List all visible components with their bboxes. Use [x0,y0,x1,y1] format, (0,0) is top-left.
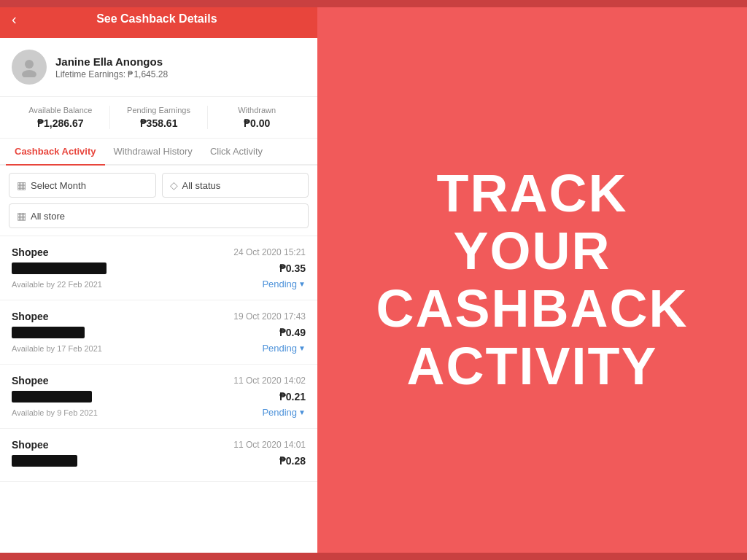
filter-status-button[interactable]: ◇ All status [162,173,309,198]
header-title: See Cashback Details [26,12,288,26]
balance-available-value: ₱1,286.67 [12,117,109,129]
redacted-item [12,391,92,402]
chevron-down-icon: ▼ [298,280,306,288]
activity-date: 11 Oct 2020 14:02 [233,376,306,386]
status-badge[interactable]: Pending ▼ [262,407,306,418]
activity-item-footer: Available by 9 Feb 2021 Pending ▼ [12,407,306,418]
balance-pending-value: ₱358.61 [110,117,208,129]
balance-available-label: Available Balance [12,106,109,114]
balance-withdrawn: Withdrawn ₱0.00 [207,106,306,129]
tab-cashback-activity[interactable]: Cashback Activity [6,139,105,166]
filters-section: ▦ Select Month ◇ All status ▦ All store [0,166,317,236]
activity-item: Shopee 24 Oct 2020 15:21 ₱0.35 Available… [0,236,317,300]
activity-date: 24 Oct 2020 15:21 [233,247,306,257]
balance-available: Available Balance ₱1,286.67 [12,106,109,129]
accent-bar-top [0,0,747,7]
activity-list: Shopee 24 Oct 2020 15:21 ₱0.35 Available… [0,236,317,560]
activity-item-header: Shopee 24 Oct 2020 15:21 [12,246,306,258]
available-by-date: Available by 9 Feb 2021 [12,408,98,417]
filter-store-button[interactable]: ▦ All store [9,203,309,228]
balance-pending: Pending Earnings ₱358.61 [109,106,208,129]
profile-info: Janine Ella Anongos Lifetime Earnings: ₱… [55,55,168,79]
promo-line3: CASHBACK [376,280,689,338]
promo-line4: ACTIVITY [376,338,689,395]
promo-line2: YOUR [376,222,689,280]
activity-item-body: ₱0.49 [12,327,306,338]
store-name: Shopee [12,439,49,451]
diamond-icon: ◇ [170,179,178,191]
promo-panel: TRACK YOUR CASHBACK ACTIVITY [317,0,747,560]
tab-withdrawal-history[interactable]: Withdrawal History [105,139,201,166]
filter-store-label: All store [31,211,65,222]
cashback-amount: ₱0.21 [279,391,306,402]
activity-item-footer: Available by 17 Feb 2021 Pending ▼ [12,343,306,354]
available-by-date: Available by 22 Feb 2021 [12,280,102,289]
activity-item-body: ₱0.28 [12,455,306,467]
cashback-amount: ₱0.35 [279,262,306,274]
accent-bar-bottom [0,553,747,560]
promo-text: TRACK YOUR CASHBACK ACTIVITY [376,165,689,396]
filter-status-label: All status [182,180,221,191]
activity-item: Shopee 19 Oct 2020 17:43 ₱0.49 Available… [0,300,317,365]
lifetime-earnings: Lifetime Earnings: ₱1,645.28 [55,69,168,79]
tab-click-activity[interactable]: Click Activity [201,139,271,166]
balance-row: Available Balance ₱1,286.67 Pending Earn… [0,97,317,139]
user-name: Janine Ella Anongos [55,55,168,68]
back-button[interactable]: ‹ [12,11,17,28]
profile-section: Janine Ella Anongos Lifetime Earnings: ₱… [0,38,317,97]
activity-item-header: Shopee 11 Oct 2020 14:01 [12,439,306,451]
balance-withdrawn-value: ₱0.00 [208,117,306,129]
redacted-item [12,327,85,338]
activity-item-header: Shopee 11 Oct 2020 14:02 [12,375,306,386]
cashback-amount: ₱0.49 [279,327,306,338]
promo-line1: TRACK [376,165,689,222]
balance-pending-label: Pending Earnings [110,106,208,114]
balance-withdrawn-label: Withdrawn [208,106,306,114]
redacted-item [12,262,107,274]
calendar-icon: ▦ [17,179,26,191]
status-badge[interactable]: Pending ▼ [262,343,306,354]
tabs-bar: Cashback Activity Withdrawal History Cli… [0,139,317,166]
available-by-date: Available by 17 Feb 2021 [12,344,102,353]
store-name: Shopee [12,375,49,386]
activity-date: 19 Oct 2020 17:43 [233,311,306,322]
activity-item-body: ₱0.35 [12,262,306,274]
svg-point-0 [25,60,34,69]
cashback-amount: ₱0.28 [279,455,306,467]
activity-item-header: Shopee 19 Oct 2020 17:43 [12,311,306,322]
redacted-item [12,455,77,467]
chevron-down-icon: ▼ [298,408,306,416]
activity-date: 11 Oct 2020 14:01 [233,440,306,450]
store-name: Shopee [12,246,49,258]
filter-row-1: ▦ Select Month ◇ All status [9,173,309,198]
svg-point-1 [22,70,36,77]
avatar [12,50,47,85]
filter-row-2: ▦ All store [9,203,309,228]
activity-item-footer: Available by 22 Feb 2021 Pending ▼ [12,279,306,289]
activity-item: Shopee 11 Oct 2020 14:02 ₱0.21 Available… [0,365,317,429]
store-icon: ▦ [17,210,26,222]
store-name: Shopee [12,311,49,322]
phone-panel: ‹ See Cashback Details Janine Ella Anong… [0,0,317,560]
activity-item-body: ₱0.21 [12,391,306,402]
filter-month-label: Select Month [31,180,86,191]
activity-item: Shopee 11 Oct 2020 14:01 ₱0.28 [0,429,317,482]
filter-month-button[interactable]: ▦ Select Month [9,173,156,198]
status-badge[interactable]: Pending ▼ [262,279,306,289]
chevron-down-icon: ▼ [298,344,306,352]
